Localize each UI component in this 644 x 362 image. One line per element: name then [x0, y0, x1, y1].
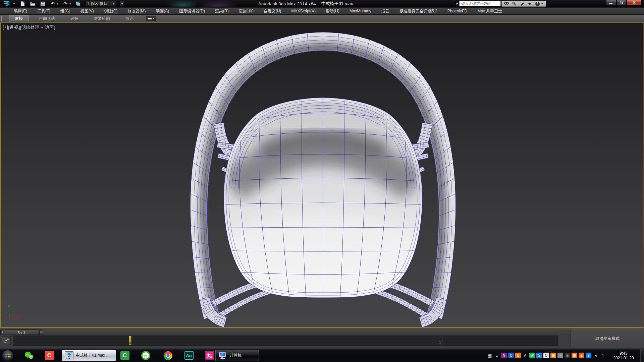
restore-button[interactable] [616, 0, 626, 5]
toolbar-options-button[interactable]: ▼ [119, 1, 125, 6]
window-title: Autodesk 3ds Max 2014 x64 [258, 1, 316, 6]
menu-item-graph-editors[interactable]: 图形编辑器(D) [174, 8, 210, 14]
bottom-bar: < 0 / 1 > 0 1 取消专家模式 [0, 328, 644, 349]
viewport-menu-shading[interactable]: [明暗处理 + 边面] [20, 24, 56, 31]
menu-item-tools[interactable]: 工具(T) [32, 8, 55, 14]
time-slider[interactable]: 0 / 1 [5, 329, 39, 335]
menu-item-maxscript[interactable]: MAXScript(X) [286, 8, 321, 14]
redo-dropdown-arrow[interactable]: ▼ [69, 3, 72, 5]
workspace-dropdown[interactable]: 工作区: 默认 ▼ [85, 1, 117, 6]
3dsmax-logo-icon [2, 0, 12, 7]
show-desktop-button[interactable] [640, 349, 644, 362]
search-input[interactable] [459, 1, 501, 6]
adobe-reader-tray-icon[interactable]: A [522, 353, 528, 358]
show-hidden-icons-button[interactable]: ▴ [494, 353, 500, 358]
redo-icon[interactable]: ↷ [62, 0, 69, 7]
undo-icon[interactable]: ↶ [49, 0, 56, 7]
next-frame-button[interactable]: > [39, 329, 43, 335]
search-icon[interactable] [504, 1, 509, 6]
ribbon-tab-freeform[interactable]: 自由形式 [31, 16, 63, 21]
ribbon-tab-populate[interactable]: 填充 [118, 16, 141, 21]
menu-item-create[interactable]: 创建(C) [99, 8, 123, 14]
wechat-tray-icon[interactable]: W [529, 353, 535, 358]
menu-item-renderbus[interactable]: 渲云 [376, 8, 394, 14]
time-marker[interactable]: 0 [129, 336, 131, 345]
volume-tray-icon[interactable]: ◄ [593, 353, 598, 358]
menu-item-rendering[interactable]: 渲染(R) [210, 8, 234, 14]
ribbon-tab-modeling[interactable]: 建模 [9, 15, 29, 22]
camtasia-green-taskbar-icon[interactable]: C [120, 351, 130, 361]
usb-eject-tray-icon[interactable]: ✓ [557, 353, 563, 358]
menu-item-help[interactable]: 帮助(H) [321, 8, 344, 14]
menu-item-animation[interactable]: 动画(A) [151, 8, 174, 14]
document-title: 中式椅子01.max [321, 1, 353, 7]
favorites-star-icon[interactable]: ★ [527, 1, 532, 6]
internet-tray-icon[interactable]: e [586, 353, 591, 358]
menu-item-maxmummy[interactable]: MaxMummy [344, 8, 376, 14]
usb-tool-tray-icon[interactable]: U [515, 353, 521, 358]
undo-dropdown-arrow[interactable]: ▼ [56, 3, 59, 5]
menu-item-views[interactable]: 视图(V) [75, 8, 99, 14]
viewport-menu-general[interactable]: [+] [3, 24, 8, 31]
taskbar-clock[interactable]: 9:43 2021-01-20 [608, 351, 639, 360]
title-group: Autodesk 3ds Max 2014 x64 中式椅子01.max [258, 0, 353, 7]
menu-item-slimming-archive[interactable]: 极速瘦身安全归档5.2 [394, 8, 442, 14]
ribbon-tab-object-paint[interactable]: 对象绘制 [86, 16, 118, 21]
track-bar[interactable]: 0 1 [13, 336, 558, 346]
menu-item-phoenixfd[interactable]: PhoenixFD [442, 8, 472, 14]
help-dropdown-arrow[interactable]: ▼ [541, 3, 543, 5]
pen-icon[interactable] [520, 1, 524, 6]
audition-taskbar-icon[interactable]: Au [184, 351, 194, 361]
viewport-menu-pov[interactable]: [透视] [8, 24, 20, 31]
clock-date: 2021-01-20 [608, 356, 639, 360]
chrome-taskbar-icon[interactable] [163, 351, 173, 361]
communication-icon[interactable] [512, 1, 517, 6]
save-icon[interactable] [39, 0, 46, 7]
ribbon-grip[interactable] [1, 16, 2, 21]
3dsmax-window: ▼ ↶ ▼ ↷ ▼ 工作区: 默认 ▼ ▼ Aut [0, 0, 644, 362]
clock-time: 9:43 [608, 351, 639, 356]
window-app-tray-icon[interactable]: ▤ [550, 353, 556, 358]
previous-frame-button[interactable]: < [0, 329, 4, 335]
huorong-tray-icon[interactable]: ▲ [579, 353, 584, 358]
taskbar-button-3dsmax[interactable]: MAX 中式椅子01.max ... [62, 350, 116, 361]
sync-tray-icon[interactable]: S [536, 353, 542, 358]
screenshot-tray-icon[interactable]: ▣ [572, 353, 577, 358]
new-file-icon[interactable] [19, 0, 26, 7]
camtasia-red-taskbar-icon[interactable]: C [44, 351, 54, 361]
viewport[interactable]: xyz [+] [透视] [明暗处理 + 边面] [0, 22, 644, 328]
menu-item-antivirus[interactable]: Max 杀毒卫士 [472, 8, 507, 14]
qq-tray-icon[interactable]: Q [543, 353, 549, 358]
menu-item-modifiers[interactable]: 修改器(M) [122, 8, 151, 14]
nvidia-tray-icon[interactable]: ◉ [565, 353, 570, 358]
mini-curve-editor-button[interactable] [2, 336, 11, 345]
project-folder-icon[interactable] [74, 0, 82, 7]
menu-item-customize[interactable]: 自定义(U) [259, 8, 286, 14]
frame-1-tick [442, 336, 442, 345]
ribbon-minimize-button[interactable]: ▼ [146, 16, 156, 21]
taskbar-button-computer[interactable]: 计算机 [215, 350, 259, 361]
open-file-icon[interactable] [29, 0, 36, 7]
green-browser-taskbar-icon[interactable]: e [141, 351, 151, 361]
keyboard-tray-icon[interactable]: ▦ [487, 353, 493, 358]
wan-taskbar-icon[interactable]: 丸 [204, 351, 214, 361]
close-button[interactable] [627, 0, 642, 5]
cdr-tray-icon[interactable]: C [508, 353, 514, 358]
search-history-button[interactable]: ▶ [455, 1, 459, 6]
chair-wireframe-render: xyz [1, 23, 643, 327]
wechat-taskbar-icon[interactable] [24, 351, 34, 361]
taskbar-button-label: 中式椅子01.max ... [76, 353, 110, 358]
menu-item-render100[interactable]: 渲染100 [234, 8, 259, 14]
viewport-label: [+] [透视] [明暗处理 + 边面] [3, 24, 55, 31]
minimize-button[interactable] [606, 0, 616, 5]
help-icon[interactable]: ? [535, 1, 540, 6]
track-bar-row: 0 1 [0, 336, 644, 346]
nx-tray-icon[interactable]: N [501, 353, 507, 358]
app-logo-button[interactable]: ▼ [0, 0, 16, 7]
network-tray-icon[interactable]: ▯ [600, 353, 605, 358]
cancel-expert-mode-button[interactable]: 取消专家模式 [571, 329, 644, 348]
ribbon-tab-selection[interactable]: 选择 [63, 16, 86, 21]
start-button[interactable] [2, 350, 13, 361]
menu-item-group[interactable]: 组(G) [55, 8, 75, 14]
menu-item-edit[interactable]: 编辑(E) [9, 8, 32, 14]
